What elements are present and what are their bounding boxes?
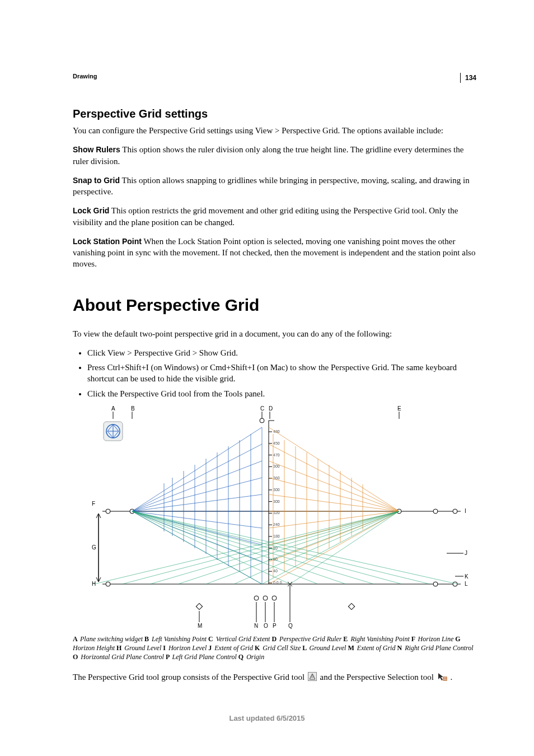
caption-label: P (166, 653, 171, 661)
caption-desc: Plane switching widget (80, 635, 144, 643)
svg-line-88 (269, 511, 399, 562)
heading-perspective-grid-settings: Perspective Grid settings (73, 108, 476, 120)
svg-line-82 (269, 461, 399, 511)
svg-text:A: A (111, 405, 115, 412)
svg-line-93 (132, 511, 374, 584)
caption-desc: Ground Level (124, 644, 163, 652)
option-term: Lock Grid (73, 206, 109, 215)
svg-text:O: O (264, 623, 268, 629)
svg-line-80 (269, 427, 399, 511)
svg-line-104 (262, 511, 399, 584)
svg-line-61 (132, 427, 262, 511)
caption-label: D (271, 635, 278, 643)
caption-label: J (208, 644, 213, 652)
caption-label: L (302, 644, 308, 652)
svg-point-3 (453, 509, 457, 514)
ruler-tick-label: 0,0,0 (273, 581, 282, 585)
svg-line-95 (132, 511, 318, 584)
caption-desc: Origin (246, 653, 264, 661)
option-description: This option shows the ruler division onl… (73, 145, 463, 165)
svg-point-9 (453, 582, 457, 586)
ruler-tick-label: 180 (273, 534, 280, 538)
caption-desc: Horizontal Grid Plane Control (81, 653, 166, 661)
svg-line-103 (234, 511, 399, 584)
svg-text:K: K (465, 573, 469, 580)
svg-text:F: F (92, 501, 95, 507)
svg-line-105 (290, 511, 399, 584)
caption-label: G (455, 635, 460, 643)
svg-text:C: C (260, 405, 264, 412)
perspective-selection-tool-icon (437, 672, 447, 684)
svg-point-1 (106, 509, 110, 514)
svg-line-83 (269, 478, 399, 511)
option-term: Show Rulers (73, 145, 120, 154)
caption-label: N (397, 644, 404, 652)
svg-line-86 (269, 511, 399, 528)
about-paragraph: To view the default two-point perspectiv… (73, 328, 476, 339)
plane-switching-widget-icon: A (104, 405, 123, 441)
caption-label: Q (238, 653, 245, 661)
caption-desc: Left Grid Plane Control (172, 653, 238, 661)
ruler-tick-label: 360 (273, 476, 280, 480)
svg-line-91 (132, 511, 430, 584)
svg-line-97 (132, 511, 262, 584)
svg-line-64 (132, 478, 262, 511)
sentence-part: . (450, 673, 452, 682)
svg-point-110 (254, 596, 259, 600)
list-item: Click View > Perspective Grid > Show Gri… (87, 347, 476, 358)
perspective-grid-figure: F I H L K J G (88, 405, 476, 631)
svg-rect-107 (348, 603, 354, 609)
svg-line-65 (132, 494, 262, 511)
option-term: Lock Station Point (73, 237, 142, 246)
caption-desc: Horizon Line (418, 635, 456, 643)
svg-line-102 (206, 511, 399, 584)
svg-point-8 (433, 582, 438, 586)
ruler-tick-label: 300 (273, 464, 280, 468)
svg-point-7 (106, 582, 110, 586)
ruler-tick-label: 300 (273, 499, 280, 503)
caption-label: M (348, 644, 355, 652)
caption-desc: Grid Cell Size (263, 644, 302, 652)
option-lock-station-point: Lock Station Point When the Lock Station… (73, 236, 476, 270)
ruler-tick-label: 450 (273, 441, 280, 445)
sentence-part: The Perspective Grid tool group consists… (73, 673, 307, 682)
ruler-tick-label: 300 (273, 488, 280, 492)
svg-text:E: E (397, 405, 401, 412)
list-item: Press Ctrl+Shift+I (on Windows) or Cmd+S… (87, 362, 476, 385)
caption-label: O (73, 653, 79, 661)
perspective-grid-tool-icon (308, 672, 317, 684)
caption-label: H (116, 644, 123, 652)
svg-text:J: J (465, 550, 467, 556)
option-description: This option allows snapping to gridlines… (73, 176, 470, 196)
svg-text:N: N (254, 623, 258, 629)
caption-desc: Ground Level (310, 644, 348, 652)
svg-line-62 (132, 444, 262, 511)
ruler-tick-label: 470 (273, 452, 280, 456)
caption-label: I (163, 644, 167, 652)
caption-desc: Right Grid Plane Control (405, 644, 474, 652)
svg-text:D: D (269, 405, 273, 412)
svg-line-68 (132, 511, 262, 545)
caption-desc: Horizon Level (168, 644, 208, 652)
sentence-part: and the Perspective Selection tool (320, 673, 436, 682)
page: 134 Drawing Perspective Grid settings Yo… (0, 0, 534, 756)
svg-line-81 (269, 444, 399, 511)
option-lock-grid: Lock Grid This option restricts the grid… (73, 205, 476, 228)
list-item: Click the Perspective Grid tool from the… (87, 388, 476, 399)
caption-desc: Left Vanishing Point (152, 635, 208, 643)
caption-desc: Right Vanishing Point (350, 635, 411, 643)
ruler-tick-label: 240 (273, 522, 280, 526)
ruler-tick-label: 40 (273, 569, 278, 573)
caption-desc: Horizon Height (73, 644, 116, 652)
option-description: This option restricts the grid movement … (73, 206, 458, 226)
figure-caption: A Plane switching widget B Left Vanishin… (73, 634, 476, 662)
caption-desc: Perspective Grid Ruler (279, 635, 343, 643)
svg-text:G: G (92, 544, 96, 550)
caption-label: A (73, 635, 79, 643)
caption-label: E (343, 635, 349, 643)
option-term: Snap to Grid (73, 176, 120, 185)
option-snap-to-grid: Snap to Grid This option allows snapping… (73, 175, 476, 198)
svg-text:Q: Q (288, 623, 293, 629)
caption-desc: Extent of Grid (214, 644, 255, 652)
svg-text:I: I (465, 508, 466, 514)
